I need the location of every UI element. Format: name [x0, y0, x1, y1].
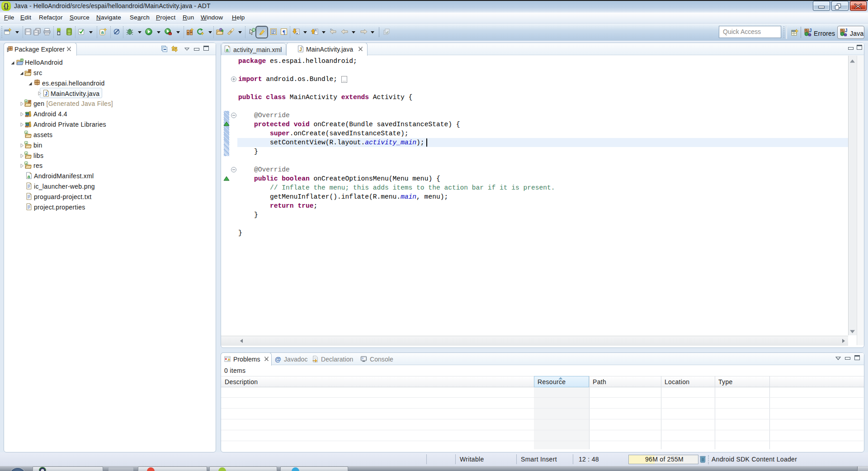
svg-text:J: J — [809, 29, 812, 33]
svg-text:C: C — [252, 28, 255, 32]
svg-text:¶: ¶ — [282, 29, 285, 35]
svg-text:a: a — [101, 29, 104, 35]
svg-text:J: J — [845, 29, 848, 33]
svg-text:J: J — [299, 47, 302, 52]
